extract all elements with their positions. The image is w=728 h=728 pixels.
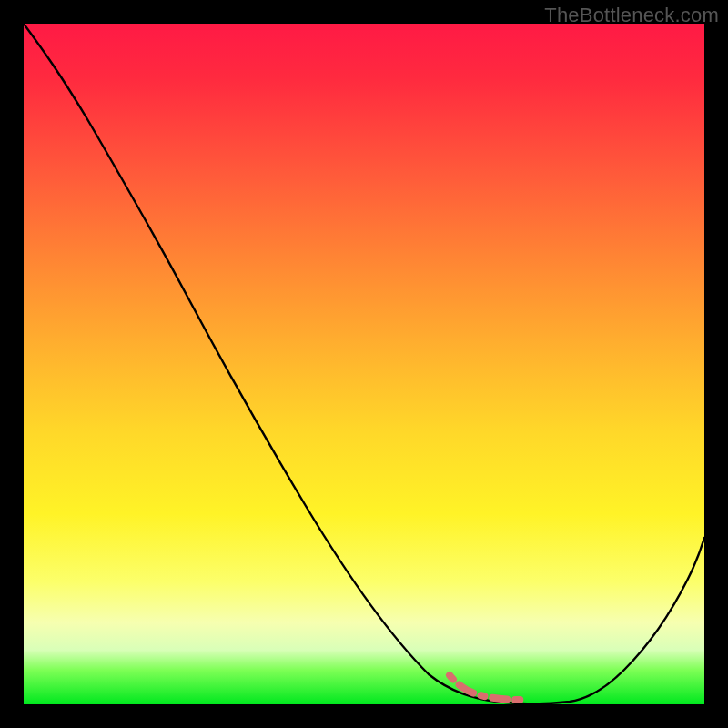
- curve-layer: [24, 24, 704, 704]
- valley-marker: [450, 675, 592, 700]
- plot-area: [24, 24, 704, 704]
- watermark-text: TheBottleneck.com: [544, 4, 719, 27]
- chart-frame: TheBottleneck.com: [0, 0, 728, 728]
- bottleneck-curve: [24, 24, 704, 703]
